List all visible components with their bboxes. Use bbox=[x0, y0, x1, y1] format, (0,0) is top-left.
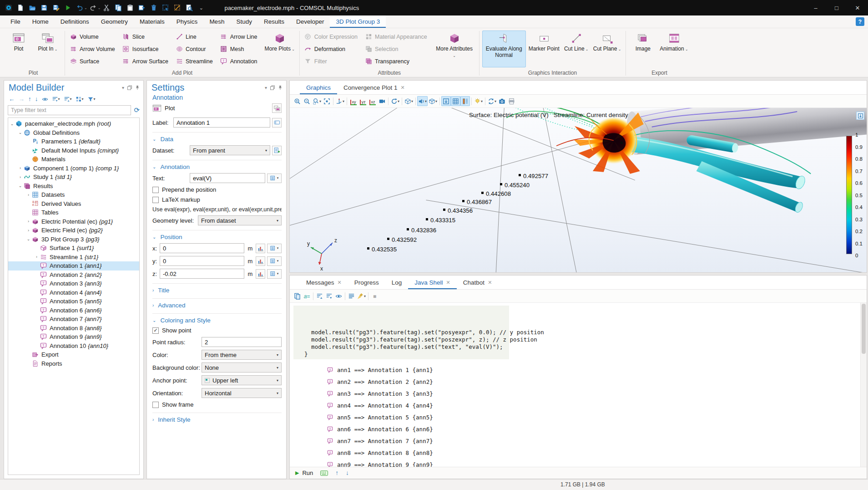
tree-item[interactable]: ⌄ 3D Plot Group 3 {pg3} bbox=[8, 235, 139, 244]
tree-expander[interactable]: › bbox=[17, 175, 23, 179]
graphics-tab[interactable]: Graphics✕ bbox=[300, 81, 337, 94]
tree-item[interactable]: Materials bbox=[8, 155, 139, 164]
console-tool[interactable]: ▾ bbox=[313, 292, 313, 300]
chevron-down-icon[interactable]: ▾ bbox=[265, 85, 267, 90]
graphics-tool[interactable]: ▾ bbox=[390, 96, 400, 106]
scrollbar[interactable] bbox=[860, 303, 867, 467]
model-builder-tool[interactable]: ▾ bbox=[75, 96, 85, 103]
menu-item[interactable]: Home bbox=[26, 15, 55, 28]
console-tab[interactable]: Java Shell✕ bbox=[408, 276, 457, 289]
color-select[interactable]: From theme▾ bbox=[202, 350, 282, 360]
close-button[interactable]: ✕ bbox=[847, 0, 868, 15]
graphics-tool[interactable]: ▾ bbox=[322, 96, 332, 106]
console-tab[interactable]: Progress✕ bbox=[348, 276, 385, 289]
cut-icon[interactable] bbox=[102, 3, 111, 13]
console-tool[interactable]: ▾ bbox=[293, 291, 302, 301]
tree-item[interactable]: Pi Parameters 1 {default} bbox=[8, 137, 139, 146]
graphics-tool[interactable]: ▾ bbox=[333, 97, 333, 105]
menu-item[interactable]: Results bbox=[258, 15, 290, 28]
ribbon-item[interactable]: Isosurface bbox=[121, 44, 173, 55]
ribbon-item[interactable]: Color Expression bbox=[303, 31, 362, 42]
section-advanced[interactable]: ›Advanced bbox=[152, 298, 282, 309]
dataset-select[interactable]: From parent▾ bbox=[190, 145, 270, 155]
menu-item[interactable]: Study bbox=[230, 15, 258, 28]
graphics-tool[interactable]: ▾ bbox=[417, 96, 428, 106]
tree-item[interactable]: 8.85e-12 Derived Values bbox=[8, 199, 139, 209]
range-icon[interactable] bbox=[256, 256, 265, 266]
ribbon-item[interactable]: Deformation bbox=[303, 44, 362, 55]
menu-item[interactable]: Developer bbox=[290, 15, 330, 28]
ribbon-item[interactable]: Streamline bbox=[174, 56, 217, 67]
tree-expander[interactable]: ⌄ bbox=[25, 237, 31, 241]
ribbon-big-button[interactable]: Evaluate Along Normal ⌄ bbox=[482, 31, 526, 67]
tree-expander[interactable]: › bbox=[25, 193, 31, 197]
annotation-text-input[interactable] bbox=[190, 173, 265, 183]
graphics-tool[interactable]: ▾ bbox=[441, 96, 451, 106]
ribbon-item[interactable]: Arrow Volume bbox=[68, 44, 120, 55]
console-tool[interactable]: ▾ bbox=[368, 292, 368, 300]
graphics-tool[interactable]: ▾ bbox=[402, 97, 402, 105]
menu-item[interactable]: Physics bbox=[171, 15, 204, 28]
pin-icon[interactable] bbox=[278, 85, 283, 90]
graphics-tool[interactable]: ▾ bbox=[293, 96, 302, 106]
edit-dataset-icon[interactable] bbox=[272, 146, 282, 155]
tree-item[interactable]: T Annotation 8 {ann8} bbox=[8, 324, 139, 333]
graphics-tool[interactable]: xz▾ bbox=[368, 96, 377, 106]
graphics-tool[interactable]: ▾ bbox=[335, 96, 345, 106]
console-tab[interactable]: Messages✕ bbox=[300, 276, 348, 289]
chevron-down-icon[interactable]: ▾ bbox=[122, 85, 124, 90]
run-icon[interactable] bbox=[63, 3, 73, 13]
latex-markup-checkbox[interactable] bbox=[152, 197, 159, 203]
duplicate-icon[interactable] bbox=[137, 3, 147, 13]
ribbon-item[interactable]: Arrow Line bbox=[218, 31, 262, 42]
tree-item[interactable]: ⌄ pacemaker_electrode.mph (root) bbox=[8, 119, 139, 128]
graphics-tool[interactable]: ▾ bbox=[460, 96, 470, 106]
y-input[interactable] bbox=[160, 256, 244, 266]
select-box-icon[interactable] bbox=[161, 3, 171, 13]
copy-icon[interactable] bbox=[114, 3, 123, 13]
z-menu-button[interactable]: ▾ bbox=[267, 269, 282, 279]
save-as-icon[interactable] bbox=[51, 3, 61, 13]
tree-item[interactable]: T Annotation 7 {ann7} bbox=[8, 315, 139, 324]
graphics-tool[interactable]: ▾ bbox=[415, 97, 416, 105]
paste-icon[interactable] bbox=[126, 3, 135, 13]
tree-item[interactable]: › Streamline 1 {str1} bbox=[8, 253, 139, 262]
point-radius-input[interactable] bbox=[202, 337, 282, 347]
graphics-tool[interactable]: ▾ bbox=[404, 96, 414, 106]
graphics-tool[interactable]: ▾ bbox=[485, 97, 485, 105]
menu-item[interactable]: Materials bbox=[134, 15, 171, 28]
model-builder-tool[interactable]: ▾ bbox=[41, 96, 49, 103]
ribbon-item[interactable]: Slice bbox=[121, 31, 173, 42]
tree-item[interactable]: T Annotation 10 {ann10} bbox=[8, 342, 139, 351]
graphics-tool[interactable]: yz▾ bbox=[358, 96, 368, 106]
app-icon[interactable] bbox=[4, 3, 14, 13]
tree-item[interactable]: Tables bbox=[8, 208, 139, 217]
save-icon[interactable] bbox=[40, 3, 49, 13]
tree-item[interactable]: Reports bbox=[8, 359, 139, 368]
minimize-button[interactable]: – bbox=[805, 0, 826, 15]
toolbar-overflow-icon[interactable]: ⌄ bbox=[197, 3, 206, 13]
graphics-tool[interactable]: ▾ bbox=[439, 97, 440, 105]
ribbon-big-button[interactable]: Image ⌄ bbox=[629, 31, 657, 67]
section-data[interactable]: ⌄Data bbox=[152, 132, 282, 143]
maximize-button[interactable]: □ bbox=[826, 0, 847, 15]
graphics-tool[interactable]: ▾ bbox=[312, 96, 322, 106]
ribbon-big-button[interactable]: More Plots ⌄ bbox=[263, 31, 297, 67]
plot-button[interactable]: Plot bbox=[165, 105, 175, 112]
help-icon[interactable]: ? bbox=[856, 17, 864, 26]
graphics-tool[interactable]: ▾ bbox=[388, 97, 389, 105]
plot-in-new-window-button[interactable] bbox=[272, 103, 282, 113]
section-title[interactable]: ›Title bbox=[152, 283, 282, 294]
model-builder-tool[interactable]: →▾ bbox=[18, 95, 26, 103]
anchor-point-select[interactable]: Upper left▾ bbox=[202, 375, 282, 385]
ribbon-item[interactable]: Volume bbox=[68, 31, 120, 42]
close-icon[interactable]: ✕ bbox=[401, 85, 405, 91]
history-up-icon[interactable]: ↑ bbox=[335, 470, 338, 476]
refresh-icon[interactable]: ⟳ bbox=[134, 106, 140, 114]
tree-expander[interactable]: › bbox=[25, 228, 31, 233]
model-builder-tool[interactable]: ←▾ bbox=[8, 95, 16, 103]
open-icon[interactable] bbox=[28, 3, 37, 13]
tree-item[interactable]: › Datasets bbox=[8, 190, 139, 199]
ribbon-item[interactable]: Surface bbox=[68, 56, 120, 67]
menu-item[interactable]: 3D Plot Group 3 bbox=[330, 15, 386, 28]
